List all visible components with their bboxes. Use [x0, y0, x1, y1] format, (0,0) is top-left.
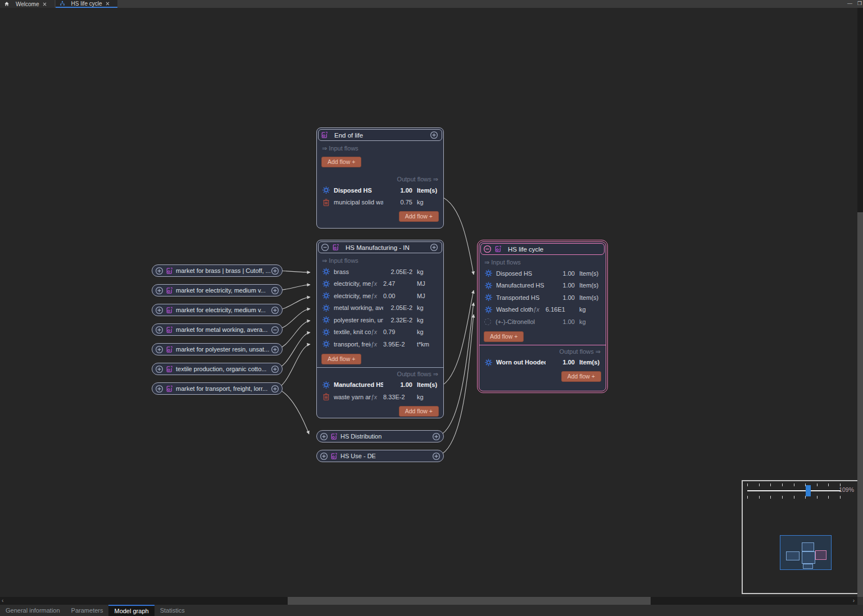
- minimap-viewport[interactable]: [780, 535, 832, 570]
- add-output-flow-button[interactable]: Add flow +: [399, 211, 439, 222]
- process-icon: [321, 131, 328, 139]
- plus-circle-icon[interactable]: [271, 365, 279, 373]
- editor-page-tabs: General information Parameters Model gra…: [0, 605, 863, 616]
- input-flows-label: ⇒ Input flows: [479, 256, 606, 267]
- tab-hs-life-cycle[interactable]: HS life cycle: [56, 0, 117, 8]
- plus-circle-icon[interactable]: [430, 131, 438, 139]
- plus-circle-icon[interactable]: [432, 432, 440, 441]
- horizontal-scrollbar-thumb[interactable]: [288, 597, 651, 605]
- flow-row[interactable]: municipal solid waste 0.75 kg: [317, 197, 443, 209]
- minimize-icon[interactable]: —: [847, 1, 852, 6]
- flow-row[interactable]: electricity, medium ... ƒx 0.00 MJ: [317, 290, 443, 302]
- flow-row[interactable]: Manufactured HS 1.00 Item(s): [317, 379, 443, 391]
- zoom-slider-track[interactable]: [747, 490, 841, 491]
- plus-circle-icon[interactable]: [155, 326, 163, 334]
- plus-circle-icon[interactable]: [271, 306, 279, 314]
- scroll-left-icon[interactable]: ‹: [2, 597, 3, 604]
- minimap-panel: 109%: [742, 480, 859, 594]
- minus-circle-icon[interactable]: [271, 326, 279, 334]
- minus-circle-icon[interactable]: [321, 243, 329, 252]
- minus-circle-icon[interactable]: [483, 245, 492, 253]
- flow-row[interactable]: electricity, medium ... ƒx 2.47 MJ: [317, 278, 443, 290]
- process-icon: [166, 326, 173, 334]
- fx-icon: ƒx: [371, 280, 383, 287]
- scroll-right-icon[interactable]: ›: [853, 597, 855, 604]
- plus-circle-icon[interactable]: [155, 267, 163, 275]
- scrollbar-corner: [857, 597, 863, 605]
- node-title: End of life: [334, 132, 427, 139]
- flow-row[interactable]: Disposed HS 1.00 Item(s): [317, 184, 443, 197]
- node-market-for-brass[interactable]: market for brass | brass | Cutoff, ...: [152, 264, 283, 277]
- input-flows-label: ⇒ Input flows: [317, 142, 443, 153]
- plus-circle-icon[interactable]: [155, 286, 163, 295]
- flow-row[interactable]: textile, knit cotton ƒx 0.79 kg: [317, 326, 443, 339]
- plus-circle-icon[interactable]: [155, 385, 163, 393]
- plus-circle-icon[interactable]: [271, 267, 279, 275]
- flow-row[interactable]: polyester resin, unsa... 2.32E-2 kg: [317, 314, 443, 326]
- node-end-of-life[interactable]: End of life ⇒ Input flows Add flow + Out…: [316, 127, 444, 229]
- plus-circle-icon[interactable]: [320, 432, 328, 441]
- vertical-scrollbar-thumb[interactable]: [857, 212, 863, 597]
- flow-row[interactable]: transport, freight, lo... ƒx 3.95E-2 t*k…: [317, 338, 443, 350]
- add-input-flow-button[interactable]: Add flow +: [321, 157, 361, 167]
- plus-circle-icon[interactable]: [155, 345, 163, 354]
- gear-icon: [484, 269, 493, 277]
- plus-circle-icon[interactable]: [320, 452, 328, 460]
- flow-row[interactable]: Transported HS 1.00 Item(s): [479, 291, 606, 304]
- flow-row[interactable]: Manufactured HS 1.00 Item(s): [479, 280, 606, 292]
- node-end-of-life-header[interactable]: End of life: [318, 129, 442, 141]
- add-output-flow-button[interactable]: Add flow +: [399, 406, 439, 417]
- tab-general-information[interactable]: General information: [0, 605, 66, 616]
- node-market-for-transport[interactable]: market for transport, freight, lorr...: [152, 382, 283, 395]
- maximize-icon[interactable]: ❐: [857, 1, 862, 6]
- plus-circle-icon[interactable]: [432, 452, 440, 460]
- flow-row[interactable]: (+-)-Citronellol 1.00 kg: [479, 316, 606, 328]
- node-market-for-polyester-resin[interactable]: market for polyester resin, unsat...: [152, 343, 283, 355]
- plus-circle-icon[interactable]: [271, 286, 279, 295]
- node-market-for-electricity-2[interactable]: market for electricity, medium v...: [152, 304, 283, 316]
- input-flows-label: ⇒ Input flows: [317, 254, 443, 266]
- flow-row[interactable]: Washed clothes ƒx 6.16E1 kg: [479, 304, 606, 316]
- tab-parameters[interactable]: Parameters: [66, 605, 109, 616]
- tab-model-graph[interactable]: Model graph: [108, 605, 154, 616]
- add-input-flow-button[interactable]: Add flow +: [321, 354, 361, 364]
- close-icon[interactable]: [105, 1, 110, 6]
- plus-circle-icon[interactable]: [155, 306, 163, 314]
- fx-icon: ƒx: [371, 394, 383, 400]
- plus-circle-icon[interactable]: [271, 345, 279, 354]
- node-market-for-electricity-1[interactable]: market for electricity, medium v...: [152, 284, 283, 296]
- flow-row[interactable]: Disposed HS 1.00 Item(s): [479, 267, 606, 280]
- plus-circle-icon[interactable]: [430, 243, 438, 252]
- process-icon: [166, 267, 173, 275]
- close-icon[interactable]: [42, 2, 47, 7]
- node-hs-use-de[interactable]: HS Use - DE: [316, 450, 444, 462]
- process-icon: [166, 366, 173, 373]
- gear-icon: [484, 293, 493, 302]
- process-icon: [332, 244, 339, 251]
- tab-statistics[interactable]: Statistics: [155, 605, 190, 616]
- gear-icon: [322, 381, 330, 389]
- node-hs-manufacturing-header[interactable]: HS Manufacturing - IN: [318, 241, 442, 253]
- node-market-for-metal-working[interactable]: market for metal working, avera...: [152, 323, 283, 336]
- node-hs-life-cycle-header[interactable]: HS life cycle: [480, 243, 605, 255]
- horizontal-scrollbar[interactable]: ‹ ›: [0, 597, 857, 605]
- node-hs-manufacturing[interactable]: HS Manufacturing - IN ⇒ Input flows bras…: [316, 240, 444, 418]
- plus-circle-icon[interactable]: [271, 385, 279, 393]
- node-hs-distribution[interactable]: HS Distribution: [316, 430, 444, 442]
- flow-row[interactable]: brass 2.05E-2 kg: [317, 266, 443, 278]
- trash-icon: [322, 393, 330, 401]
- plus-circle-icon[interactable]: [155, 365, 163, 373]
- add-input-flow-button[interactable]: Add flow +: [484, 331, 524, 342]
- tab-welcome[interactable]: Welcome: [0, 0, 54, 8]
- model-graph-canvas[interactable]: End of life ⇒ Input flows Add flow + Out…: [0, 8, 857, 597]
- zoom-slider-thumb[interactable]: [806, 485, 811, 496]
- fx-icon: ƒx: [371, 341, 383, 348]
- flow-row[interactable]: Worn out Hooded Swea... 1.00 Item(s): [479, 357, 606, 369]
- node-textile-production[interactable]: textile production, organic cotto...: [152, 363, 283, 375]
- add-output-flow-button[interactable]: Add flow +: [561, 371, 601, 382]
- vertical-scrollbar[interactable]: [857, 8, 863, 597]
- model-graph-icon: [60, 1, 65, 6]
- node-hs-life-cycle[interactable]: HS life cycle ⇒ Input flows Disposed HS …: [479, 241, 606, 391]
- flow-row[interactable]: waste yarn and wa... ƒx 8.33E-2 kg: [317, 391, 443, 403]
- flow-row[interactable]: metal working, aver... 2.05E-2 kg: [317, 302, 443, 314]
